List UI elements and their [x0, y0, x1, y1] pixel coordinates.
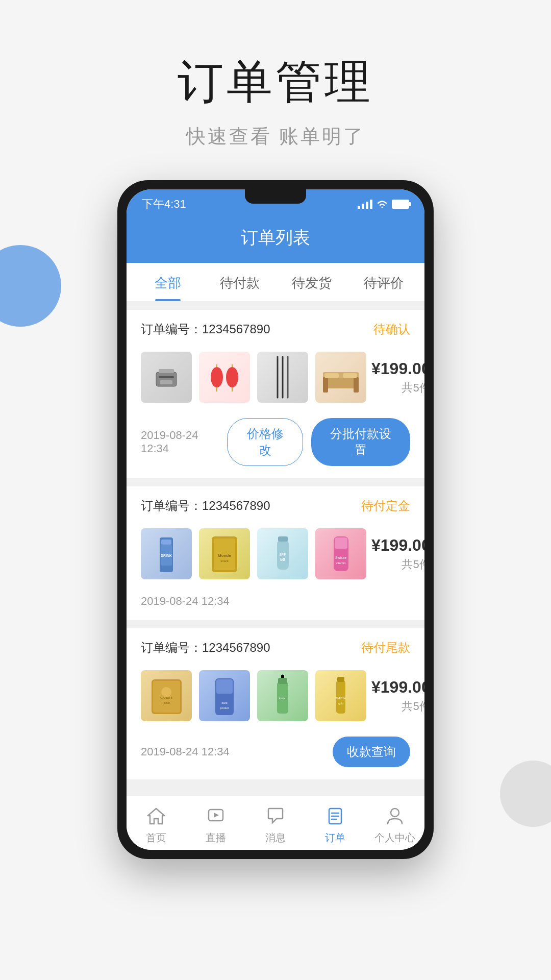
- nav-label-message: 消息: [265, 831, 286, 845]
- app-header-title: 订单列表: [241, 228, 310, 247]
- svg-rect-1: [159, 376, 174, 378]
- svg-text:FOOD: FOOD: [162, 701, 170, 704]
- product-row-1: ¥199.00 共5件: [127, 347, 424, 411]
- svg-text:SPF: SPF: [279, 553, 286, 556]
- order-number-1: 订单编号：1234567890: [141, 321, 270, 337]
- svg-rect-28: [278, 536, 288, 542]
- order-actions-3: 收款查询: [333, 737, 410, 767]
- order-header-3: 订单编号：1234567890 待付尾款: [127, 628, 424, 665]
- svg-text:vitamin: vitamin: [336, 561, 345, 565]
- order-status-2: 待付定金: [361, 498, 410, 514]
- svg-rect-20: [161, 540, 171, 545]
- nav-label-order: 订单: [325, 831, 345, 845]
- order-date-1: 2019-08-24 12:34: [141, 429, 227, 455]
- svg-text:Swisse: Swisse: [335, 556, 346, 559]
- svg-rect-18: [343, 373, 357, 378]
- price-count-3: 共5件: [371, 699, 424, 714]
- nav-item-live[interactable]: 直播: [186, 804, 246, 845]
- bottom-nav: 首页 直播: [127, 796, 424, 850]
- order-price-2: ¥199.00 共5件: [371, 536, 424, 572]
- svg-text:lotion: lotion: [279, 697, 286, 700]
- order-date-2: 2019-08-24 12:34: [141, 595, 230, 608]
- svg-rect-13: [323, 377, 359, 388]
- nav-label-home: 首页: [146, 831, 166, 845]
- price-value-2: ¥199.00: [371, 536, 424, 555]
- svg-text:50: 50: [280, 557, 285, 562]
- order-price-3: ¥199.00 共5件: [371, 678, 424, 714]
- order-number-2: 订单编号：1234567890: [141, 498, 270, 514]
- svg-text:product: product: [220, 706, 229, 709]
- order-status-1: 待确认: [373, 321, 410, 337]
- svg-rect-15: [323, 377, 328, 393]
- svg-text:Monde: Monde: [218, 553, 231, 558]
- phone-screen: 下午4:31: [127, 189, 424, 850]
- nav-label-profile: 个人中心: [374, 831, 415, 845]
- tab-pending-ship[interactable]: 待发货: [276, 263, 347, 301]
- price-count-2: 共5件: [371, 557, 424, 572]
- svg-rect-17: [324, 373, 339, 378]
- order-date-3: 2019-08-24 12:34: [141, 745, 230, 758]
- page-title: 订单管理: [0, 51, 551, 113]
- order-card-2: 订单编号：1234567890 待付定金: [127, 486, 424, 620]
- product-img-drink: DRINK: [141, 528, 192, 579]
- product-img-printer: [141, 352, 192, 403]
- message-icon: [264, 804, 287, 827]
- product-img-bluecare: care product: [199, 670, 250, 721]
- svg-rect-41: [216, 679, 233, 694]
- product-img-vitamin: Swisse vitamin: [315, 528, 366, 579]
- nav-label-live: 直播: [206, 831, 226, 845]
- product-row-3: GANDHI FOOD care: [127, 665, 424, 729]
- product-img-snack: Monde snack: [199, 528, 250, 579]
- product-images-1: [141, 352, 366, 403]
- product-row-2: DRINK Monde snack: [127, 523, 424, 587]
- batch-pay-button[interactable]: 分批付款设置: [311, 418, 410, 466]
- svg-marker-52: [214, 813, 219, 818]
- product-img-chopsticks: [257, 352, 308, 403]
- svg-text:care: care: [221, 701, 228, 704]
- product-img-lantern: [199, 352, 250, 403]
- wifi-icon: [377, 200, 388, 208]
- nav-item-home[interactable]: 首页: [127, 804, 186, 845]
- price-value-3: ¥199.00: [371, 678, 424, 697]
- live-icon: [205, 804, 227, 827]
- svg-point-57: [391, 808, 399, 817]
- phone-body: 下午4:31: [117, 180, 434, 859]
- svg-text:DRINK: DRINK: [161, 554, 172, 557]
- home-icon: [145, 804, 167, 827]
- product-img-bed: [315, 352, 366, 403]
- phone-mockup: 下午4:31: [0, 180, 551, 859]
- price-modify-button[interactable]: 价格修改: [227, 418, 304, 466]
- price-count-1: 共5件: [371, 380, 424, 396]
- order-price-1: ¥199.00 共5件: [371, 359, 424, 396]
- nav-item-profile[interactable]: 个人中心: [365, 804, 424, 845]
- order-status-3: 待付尾款: [361, 640, 410, 656]
- svg-rect-2: [160, 380, 172, 384]
- order-list: 订单编号：1234567890 待确认: [127, 302, 424, 796]
- phone-notch: [245, 189, 306, 204]
- tab-pending-pay[interactable]: 待付款: [204, 263, 276, 301]
- nav-item-order[interactable]: 订单: [305, 804, 365, 845]
- nav-item-message[interactable]: 消息: [246, 804, 306, 845]
- tab-all[interactable]: 全部: [132, 263, 204, 301]
- app-header: 订单列表: [127, 216, 424, 263]
- svg-text:snack: snack: [220, 559, 229, 562]
- order-footer-3: 2019-08-24 12:34 收款查询: [127, 729, 424, 779]
- tabs-container: 全部 待付款 待发货 待评价: [127, 263, 424, 302]
- order-header-1: 订单编号：1234567890 待确认: [127, 310, 424, 347]
- order-number-3: 订单编号：1234567890: [141, 640, 270, 656]
- profile-icon: [384, 804, 406, 827]
- product-img-gold-serum: ANESSA gold: [315, 670, 366, 721]
- product-img-sunscreen: SPF 50: [257, 528, 308, 579]
- product-img-food: GANDHI FOOD: [141, 670, 192, 721]
- order-header-2: 订单编号：1234567890 待付定金: [127, 486, 424, 523]
- order-footer-1: 2019-08-24 12:34 价格修改 分批付款设置: [127, 411, 424, 478]
- product-img-lotion: lotion: [257, 670, 308, 721]
- svg-rect-32: [335, 537, 347, 549]
- svg-rect-48: [337, 677, 344, 682]
- svg-point-39: [161, 687, 171, 697]
- tab-pending-review[interactable]: 待评价: [347, 263, 419, 301]
- svg-point-7: [226, 367, 238, 387]
- svg-rect-45: [278, 678, 287, 684]
- status-icons: [358, 200, 409, 209]
- collection-query-button[interactable]: 收款查询: [333, 737, 410, 767]
